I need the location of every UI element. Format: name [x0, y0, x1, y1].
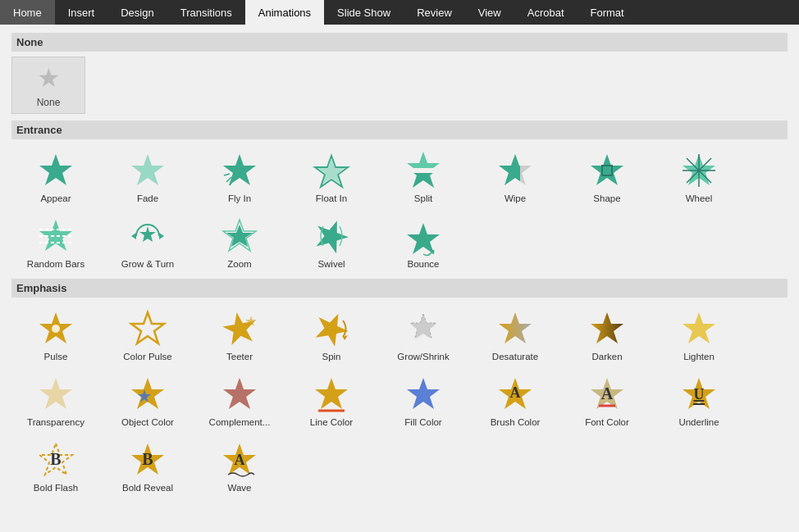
anim-wave[interactable]: A Wave	[195, 434, 284, 496]
anim-bounce[interactable]: Bounce	[379, 210, 468, 272]
anim-teeter[interactable]: Teeter	[195, 302, 284, 365]
menu-animations[interactable]: Animations	[245, 0, 324, 25]
teeter-icon	[218, 307, 261, 350]
anim-darken[interactable]: Darken	[563, 302, 651, 365]
float-in-label: Float In	[316, 193, 347, 203]
anim-swivel[interactable]: Swivel	[287, 210, 376, 272]
random-bars-label: Random Bars	[27, 259, 84, 269]
anim-spin[interactable]: Spin	[287, 302, 376, 365]
anim-brush-color[interactable]: A Brush Color	[471, 368, 559, 430]
anim-float-in[interactable]: Float In	[287, 144, 376, 207]
anim-complement[interactable]: Complement...	[195, 368, 284, 430]
anim-shape[interactable]: Shape	[563, 144, 651, 207]
grow-turn-label: Grow & Turn	[121, 259, 175, 269]
darken-label: Darken	[591, 352, 622, 361]
underline-label: Underline	[678, 417, 719, 427]
object-color-label: Object Color	[121, 417, 174, 427]
fill-color-icon	[402, 373, 445, 416]
anim-random-bars[interactable]: Random Bars	[11, 210, 100, 272]
svg-marker-41	[412, 317, 435, 339]
svg-marker-44	[683, 312, 715, 343]
svg-text:A: A	[601, 384, 614, 402]
entrance-header: Entrance	[11, 120, 788, 139]
line-color-icon	[310, 373, 353, 416]
anim-color-pulse[interactable]: Color Pulse	[103, 302, 192, 365]
anim-fly-in[interactable]: Fly In	[195, 144, 284, 207]
menu-home[interactable]: Home	[0, 0, 55, 25]
fly-in-icon	[218, 149, 261, 192]
brush-color-label: Brush Color	[491, 417, 541, 427]
svg-text:A: A	[235, 452, 245, 468]
menu-slideshow[interactable]: Slide Show	[324, 0, 404, 25]
svg-marker-52	[407, 378, 440, 409]
lighten-icon	[678, 307, 720, 350]
svg-marker-46	[131, 378, 164, 409]
line-color-label: Line Color	[310, 417, 353, 427]
zoom-label: Zoom	[227, 259, 251, 269]
menu-transitions[interactable]: Transitions	[167, 0, 245, 25]
appear-label: Appear	[40, 193, 71, 203]
underline-icon: U	[678, 373, 720, 416]
svg-marker-42	[499, 312, 532, 343]
anim-object-color[interactable]: Object Color	[103, 368, 192, 430]
svg-marker-14	[499, 154, 532, 185]
anim-wheel[interactable]: Wheel	[655, 144, 743, 207]
color-pulse-icon	[126, 307, 169, 350]
anim-underline[interactable]: U Underline	[655, 368, 743, 430]
svg-marker-15	[591, 154, 623, 185]
anim-grow-turn[interactable]: Grow & Turn	[103, 210, 192, 272]
spin-icon	[310, 307, 353, 350]
svg-point-34	[52, 325, 60, 333]
anim-bold-flash[interactable]: B Bold Flash	[11, 434, 100, 496]
svg-text:B: B	[50, 450, 61, 468]
fly-in-label: Fly In	[228, 193, 251, 203]
anim-zoom[interactable]: Zoom	[195, 210, 284, 272]
grow-shrink-icon	[402, 307, 445, 350]
none-item[interactable]: ★ None	[11, 57, 85, 114]
complement-label: Complement...	[209, 417, 271, 427]
anim-wipe[interactable]: Wipe	[471, 144, 559, 207]
anim-font-color[interactable]: A Font Color	[563, 368, 651, 430]
brush-color-icon: A	[494, 373, 536, 416]
menu-view[interactable]: View	[465, 0, 514, 25]
emphasis-section: Emphasis Pulse Color Pu	[11, 279, 788, 496]
menu-format[interactable]: Format	[578, 0, 637, 25]
anim-appear[interactable]: Appear	[11, 144, 100, 207]
svg-marker-31	[311, 215, 353, 255]
anim-bold-reveal[interactable]: B Bold Reveal	[103, 434, 192, 496]
wave-label: Wave	[228, 483, 252, 493]
anim-lighten[interactable]: Lighten	[655, 302, 743, 365]
svg-marker-27	[159, 233, 164, 239]
none-section: None ★ None	[11, 33, 788, 114]
menu-insert[interactable]: Insert	[55, 0, 108, 25]
menu-design[interactable]: Design	[107, 0, 167, 25]
none-header: None	[11, 33, 788, 52]
teeter-label: Teeter	[226, 352, 253, 361]
svg-marker-38	[310, 307, 353, 348]
anim-desaturate[interactable]: Desaturate	[471, 302, 559, 365]
anim-fade[interactable]: Fade	[103, 144, 192, 207]
svg-marker-45	[39, 378, 72, 409]
anim-grow-shrink[interactable]: Grow/Shrink	[379, 302, 468, 365]
object-color-icon	[126, 373, 169, 416]
anim-fill-color[interactable]: Fill Color	[379, 368, 468, 430]
desaturate-label: Desaturate	[492, 352, 538, 361]
svg-marker-49	[223, 378, 256, 409]
menu-review[interactable]: Review	[404, 0, 465, 25]
svg-marker-32	[407, 223, 440, 254]
anim-transparency[interactable]: Transparency	[11, 368, 100, 430]
fade-icon	[126, 149, 169, 192]
svg-marker-22	[39, 220, 72, 251]
anim-line-color[interactable]: Line Color	[287, 368, 376, 430]
anim-split[interactable]: Split	[379, 144, 468, 207]
anim-pulse[interactable]: Pulse	[11, 302, 100, 365]
none-star-icon: ★	[37, 62, 61, 93]
lighten-label: Lighten	[683, 352, 715, 361]
svg-marker-43	[591, 312, 623, 343]
bounce-icon	[402, 215, 445, 257]
svg-marker-50	[315, 378, 348, 409]
bold-flash-label: Bold Flash	[34, 483, 78, 493]
shape-icon	[586, 149, 628, 192]
wheel-icon	[678, 149, 720, 192]
menu-acrobat[interactable]: Acrobat	[514, 0, 578, 25]
